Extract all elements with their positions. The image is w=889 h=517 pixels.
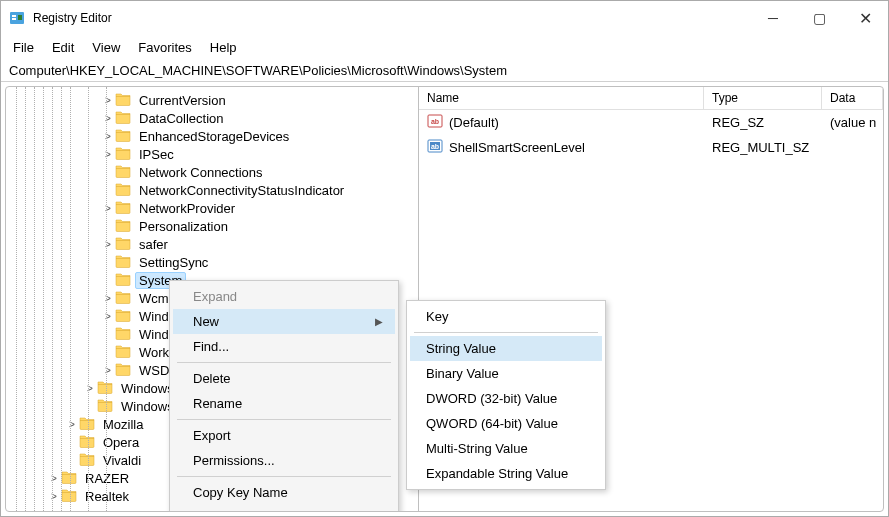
list-row[interactable]: ab(Default)REG_SZ(value n [419, 110, 883, 135]
col-header-name[interactable]: Name [419, 87, 704, 109]
context-item-export[interactable]: Export [173, 423, 395, 448]
tree-item-label: IPSec [135, 146, 178, 163]
tree-item-label: EnhancedStorageDevices [135, 128, 293, 145]
tree-item-label: DataCollection [135, 110, 228, 127]
tree-item-settingsync[interactable]: >SettingSync [6, 253, 418, 271]
expand-chevron-icon[interactable]: > [101, 293, 115, 304]
expand-chevron-icon[interactable]: > [47, 491, 61, 502]
expand-chevron-icon[interactable]: > [83, 383, 97, 394]
menubar: File Edit View Favorites Help [1, 35, 888, 60]
maximize-button[interactable]: ▢ [796, 1, 842, 35]
expand-chevron-icon[interactable]: > [101, 113, 115, 124]
window-title: Registry Editor [33, 11, 112, 25]
menu-help[interactable]: Help [202, 37, 245, 58]
tree-item-label: Network Connections [135, 164, 267, 181]
folder-icon [97, 398, 117, 415]
context-item-go-to-hkey-current-user[interactable]: Go to HKEY_CURRENT_USER [173, 505, 395, 512]
tree-item-network-connections[interactable]: >Network Connections [6, 163, 418, 181]
list-row[interactable]: abShellSmartScreenLevelREG_MULTI_SZ [419, 135, 883, 160]
expand-chevron-icon[interactable]: > [101, 95, 115, 106]
submenu-arrow-icon: ▶ [375, 316, 383, 327]
folder-icon [115, 200, 135, 217]
tree-item-networkconnectivitystatusindicator[interactable]: >NetworkConnectivityStatusIndicator [6, 181, 418, 199]
folder-icon [115, 218, 135, 235]
folder-icon [115, 254, 135, 271]
submenu-item-multi-string-value[interactable]: Multi-String Value [410, 436, 602, 461]
menu-edit[interactable]: Edit [44, 37, 82, 58]
context-item-copy-key-name[interactable]: Copy Key Name [173, 480, 395, 505]
address-bar[interactable]: Computer\HKEY_LOCAL_MACHINE\SOFTWARE\Pol… [1, 60, 888, 82]
tree-item-label: Realtek [81, 488, 133, 505]
context-item-permissions[interactable]: Permissions... [173, 448, 395, 473]
context-item-new[interactable]: New▶ [173, 309, 395, 334]
folder-icon [115, 308, 135, 325]
svg-text:ab: ab [431, 143, 439, 150]
tree-item-label: safer [135, 236, 172, 253]
list-cell-name: ab(Default) [419, 111, 704, 134]
expand-chevron-icon[interactable]: > [101, 239, 115, 250]
menu-file[interactable]: File [5, 37, 42, 58]
minimize-button[interactable]: ─ [750, 1, 796, 35]
svg-text:ab: ab [431, 118, 439, 125]
svg-rect-1 [12, 15, 16, 17]
tree-item-label: Opera [99, 434, 143, 451]
tree-item-label: SettingSync [135, 254, 212, 271]
tree-item-label: Mozilla [99, 416, 147, 433]
folder-icon [61, 470, 81, 487]
submenu-item-expandable-string-value[interactable]: Expandable String Value [410, 461, 602, 486]
list-cell-type: REG_MULTI_SZ [704, 138, 822, 157]
folder-icon [115, 182, 135, 199]
folder-icon [61, 488, 81, 505]
tree-item-enhancedstoragedevices[interactable]: >EnhancedStorageDevices [6, 127, 418, 145]
string-icon: ab [427, 113, 443, 132]
list-header: Name Type Data [419, 87, 883, 110]
folder-icon [115, 110, 135, 127]
titlebar: Registry Editor ─ ▢ ✕ [1, 1, 888, 35]
expand-chevron-icon[interactable]: > [101, 311, 115, 322]
folder-icon [79, 434, 99, 451]
tree-item-currentversion[interactable]: >CurrentVersion [6, 91, 418, 109]
tree-item-datacollection[interactable]: >DataCollection [6, 109, 418, 127]
list-cell-name: abShellSmartScreenLevel [419, 136, 704, 159]
tree-item-label: NetworkProvider [135, 200, 239, 217]
col-header-data[interactable]: Data [822, 87, 883, 109]
menu-favorites[interactable]: Favorites [130, 37, 199, 58]
col-header-type[interactable]: Type [704, 87, 822, 109]
expand-chevron-icon[interactable]: > [101, 365, 115, 376]
menu-separator [177, 419, 391, 420]
context-item-delete[interactable]: Delete [173, 366, 395, 391]
folder-icon [97, 380, 117, 397]
list-cell-data: (value n [822, 113, 883, 132]
context-menu: ExpandNew▶Find...DeleteRenameExportPermi… [169, 280, 399, 512]
menu-view[interactable]: View [84, 37, 128, 58]
expand-chevron-icon[interactable]: > [101, 149, 115, 160]
expand-chevron-icon[interactable]: > [65, 419, 79, 430]
folder-icon [115, 146, 135, 163]
folder-icon [115, 128, 135, 145]
tree-item-label: Personalization [135, 218, 232, 235]
registry-editor-window: Registry Editor ─ ▢ ✕ File Edit View Fav… [0, 0, 889, 517]
tree-item-networkprovider[interactable]: >NetworkProvider [6, 199, 418, 217]
folder-icon [115, 236, 135, 253]
submenu-item-string-value[interactable]: String Value [410, 336, 602, 361]
folder-icon [79, 416, 99, 433]
context-item-rename[interactable]: Rename [173, 391, 395, 416]
tree-item-ipsec[interactable]: >IPSec [6, 145, 418, 163]
expand-chevron-icon[interactable]: > [101, 203, 115, 214]
tree-item-personalization[interactable]: >Personalization [6, 217, 418, 235]
menu-separator [177, 362, 391, 363]
folder-icon [115, 326, 135, 343]
tree-item-safer[interactable]: >safer [6, 235, 418, 253]
close-button[interactable]: ✕ [842, 1, 888, 35]
submenu-item-binary-value[interactable]: Binary Value [410, 361, 602, 386]
expand-chevron-icon[interactable]: > [101, 131, 115, 142]
submenu-item-dword-32-bit-value[interactable]: DWORD (32-bit) Value [410, 386, 602, 411]
submenu-item-key[interactable]: Key [410, 304, 602, 329]
submenu-item-qword-64-bit-value[interactable]: QWORD (64-bit) Value [410, 411, 602, 436]
svg-rect-3 [18, 15, 22, 20]
folder-icon [79, 452, 99, 469]
expand-chevron-icon[interactable]: > [47, 473, 61, 484]
context-item-find[interactable]: Find... [173, 334, 395, 359]
folder-icon [115, 344, 135, 361]
content-area: >CurrentVersion>DataCollection>EnhancedS… [5, 86, 884, 512]
